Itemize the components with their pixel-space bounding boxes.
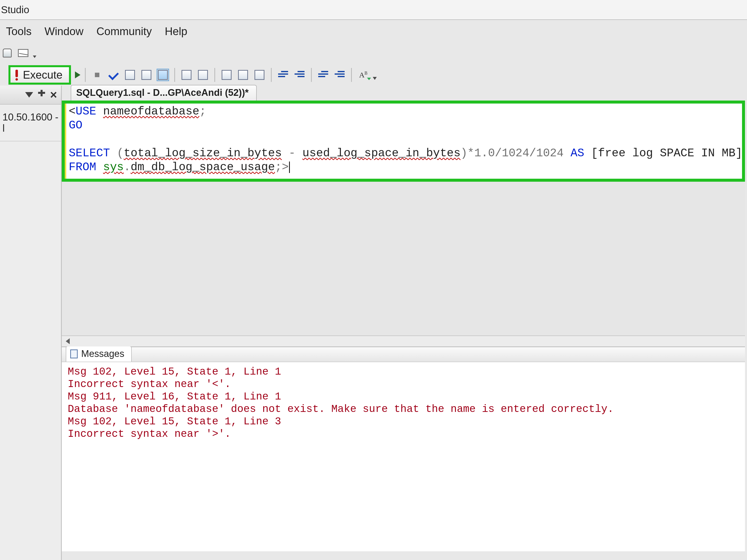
include-plan-button[interactable]	[180, 68, 194, 82]
uncomment-button[interactable]	[236, 68, 250, 82]
scroll-left-icon[interactable]	[63, 337, 72, 346]
msg-line: Msg 102, Level 15, State 1, Line 3	[68, 416, 281, 428]
separator	[351, 68, 352, 82]
indent-lines-button[interactable]	[333, 68, 346, 82]
execute-label: Execute	[23, 69, 62, 81]
messages-output[interactable]: Msg 102, Level 15, State 1, Line 1 Incor…	[62, 362, 745, 551]
t: .	[124, 161, 131, 174]
msg-line: Msg 102, Level 15, State 1, Line 1	[68, 366, 281, 378]
debug-play-icon[interactable]	[75, 72, 80, 78]
mail-icon[interactable]	[17, 47, 29, 59]
comment-button[interactable]	[220, 68, 234, 82]
server-label: 10.50.1600 - l	[0, 105, 61, 141]
msg-line: Database 'nameofdatabase' does not exist…	[68, 403, 614, 415]
intellisense-button[interactable]: AB	[356, 68, 370, 82]
menu-window[interactable]: Window	[45, 25, 84, 37]
msg-line: Incorrect syntax near '<'.	[68, 378, 231, 390]
ident-used: used_log_space_in_bytes	[303, 147, 461, 160]
document-tab[interactable]: SQLQuery1.sql - D...GP\AceAndi (52))*	[71, 85, 257, 101]
ident-total: total_log_size_in_bytes	[124, 147, 282, 160]
t: ;	[275, 161, 282, 174]
t: <	[69, 105, 76, 118]
query-options-button[interactable]	[139, 68, 153, 82]
pin-icon[interactable]	[38, 90, 45, 100]
t	[584, 147, 591, 160]
toolbar-standard	[0, 45, 60, 61]
messages-icon	[70, 349, 78, 358]
schema-sys: sys	[103, 161, 124, 174]
msg-line: Incorrect syntax near '>'.	[68, 428, 231, 440]
t: *1.0/1024/1024	[467, 147, 570, 160]
sql-code[interactable]: <USE nameofdatabase; GO SELECT (total_lo…	[66, 104, 745, 179]
parse-check-button[interactable]	[107, 68, 121, 82]
dropdown-icon[interactable]	[25, 92, 33, 98]
increase-indent-button[interactable]	[292, 68, 307, 82]
t	[96, 161, 103, 174]
editor-empty-area	[62, 182, 745, 346]
messages-pane: Messages Msg 102, Level 15, State 1, Lin…	[62, 346, 745, 551]
alias: [free log SPACE IN MB]	[591, 147, 742, 160]
t: (	[117, 147, 124, 160]
horizontal-scrollbar[interactable]	[62, 336, 745, 346]
kw-from: FROM	[69, 161, 96, 174]
messages-tab-label: Messages	[81, 348, 124, 359]
view-name: dm_db_log_space_usage	[130, 161, 275, 174]
title-bar: Studio	[0, 0, 747, 20]
t: )	[461, 147, 468, 160]
exclamation-icon	[14, 69, 20, 81]
menu-bar: Tools Window Community Help	[0, 21, 747, 41]
document-tab-strip: SQLQuery1.sql - D...GP\AceAndi (52))*	[62, 86, 745, 101]
execute-button[interactable]: Execute	[8, 65, 71, 85]
outdent-lines-button[interactable]	[316, 68, 330, 82]
db-name: nameofdatabase	[103, 105, 199, 118]
menu-tools[interactable]: Tools	[6, 25, 32, 37]
menu-help[interactable]: Help	[165, 25, 187, 37]
app-title: Studio	[1, 4, 29, 16]
separator	[271, 68, 272, 82]
kw-select: SELECT	[69, 147, 110, 160]
toolbar-overflow-icon[interactable]	[373, 68, 377, 82]
database-icon[interactable]	[1, 47, 14, 59]
separator	[214, 68, 215, 82]
text-cursor	[289, 162, 290, 173]
results-tab-strip: Messages	[62, 347, 745, 362]
object-explorer-panel: × 10.50.1600 - l	[0, 86, 62, 560]
main-area: SQLQuery1.sql - D...GP\AceAndi (52))* <U…	[62, 86, 745, 560]
separator	[174, 68, 175, 82]
t	[110, 147, 117, 160]
toolbar-overflow-icon[interactable]	[33, 48, 36, 58]
messages-tab[interactable]: Messages	[66, 346, 132, 362]
msg-line: Msg 911, Level 16, State 1, Line 1	[68, 391, 281, 403]
include-stats-button[interactable]	[196, 68, 210, 82]
t	[96, 105, 103, 118]
stop-button[interactable]	[90, 68, 104, 82]
close-icon[interactable]: ×	[50, 91, 57, 99]
toolbar-sql: Execute AB	[0, 64, 747, 86]
specify-values-button[interactable]	[253, 68, 266, 82]
separator	[311, 68, 312, 82]
results-to-grid-button[interactable]	[156, 68, 170, 82]
t: -	[282, 147, 303, 160]
kw-go: GO	[69, 119, 82, 132]
menu-community[interactable]: Community	[96, 25, 152, 37]
kw-as: AS	[570, 147, 584, 160]
decrease-indent-button[interactable]	[276, 68, 290, 82]
display-plan-button[interactable]	[123, 68, 137, 82]
panel-header: ×	[0, 86, 61, 105]
sql-editor[interactable]: <USE nameofdatabase; GO SELECT (total_lo…	[62, 101, 745, 182]
t: >	[282, 161, 289, 174]
t: ;	[200, 105, 206, 118]
kw-use: USE	[76, 105, 96, 118]
separator	[85, 68, 86, 82]
